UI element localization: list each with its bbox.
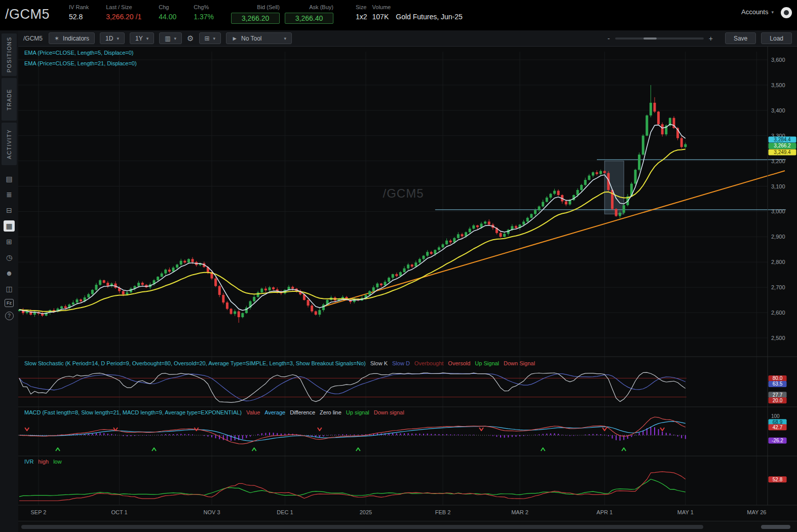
svg-text:42.7: 42.7 [773,425,783,430]
legend-item: Down Signal [504,360,535,366]
svg-text:2,700: 2,700 [771,284,785,290]
zoom-out-button[interactable]: - [608,34,610,43]
legend-item: low [53,459,62,465]
svg-text:3,500: 3,500 [771,82,785,88]
legend-item: Difference [290,409,315,415]
ask-button[interactable]: 3,266.40 [285,13,333,24]
chevron-down-icon: ▾ [117,36,119,41]
last-size-value: 3,266.20 /1 [106,13,141,21]
sidebar-tab-activity[interactable]: ACTIVITY [2,123,17,165]
size-value: 1x2 [356,13,367,21]
chart-scrollbar-handle[interactable] [21,525,703,529]
range-value: 1Y [135,35,143,42]
indicators-button[interactable]: ✶ Indicators [49,32,95,44]
svg-text:OCT 1: OCT 1 [111,509,127,515]
chart-type-dropdown[interactable]: ▥ ▾ [159,32,182,44]
chevron-down-icon: ▾ [213,36,216,41]
legend-item: high [38,459,49,465]
bid-stat: Bid (Sell) 3,266.20 [231,4,280,24]
compare-dropdown[interactable]: ⊞ ▾ [199,32,221,44]
indicators-icon: ✶ [54,35,59,42]
study-label-ema21[interactable]: EMA (Price=CLOSE, Length=21, Displace=0) [24,60,137,66]
chg-label: Chg [159,4,176,10]
price-chart-canvas[interactable]: /GCM53,6003,5003,4003,3003,2003,1003,000… [18,47,797,521]
sidebar-tab-positions[interactable]: POSITIONS [2,33,17,76]
save-button[interactable]: Save [725,32,756,44]
chart-area: /GCM53,6003,5003,4003,3003,2003,1003,000… [18,47,797,521]
toolbar-symbol: /GCM5 [23,35,43,42]
chevron-down-icon: ▾ [146,36,149,41]
chevron-down-icon: ▾ [771,10,774,15]
svg-text:2,900: 2,900 [771,234,785,240]
svg-text:MAY 26: MAY 26 [747,509,766,515]
timeframe-value: 1D [105,35,113,42]
load-button[interactable]: Load [761,32,792,44]
range-dropdown[interactable]: 1Y ▾ [130,32,154,44]
bid-label: Bid (Sell) [231,4,280,10]
futures-icon[interactable]: Fz [5,299,14,307]
svg-text:2,600: 2,600 [771,310,785,316]
zoom-in-button[interactable]: + [709,34,713,43]
symbol-title: /GCM5 [5,4,50,24]
sidebar-tab-trade[interactable]: TRADE [2,78,17,121]
calendar-icon[interactable]: ⊟ [4,205,15,216]
people-icon[interactable]: ☻ [4,268,15,279]
quote-header: /GCM5 IV Rank 52.8 Last / Size 3,266.20 … [0,0,797,30]
study-label-ivr[interactable]: IVRhighlow [24,459,62,465]
legend-item: Slow K [370,360,388,366]
tab-positions-label: POSITIONS [6,37,12,73]
tab-activity-label: ACTIVITY [6,129,12,159]
archive-icon[interactable]: ◫ [4,283,15,294]
iv-rank-stat: IV Rank 52.8 [69,4,89,21]
timeframe-dropdown[interactable]: 1D ▾ [100,32,125,44]
svg-text:/GCM5: /GCM5 [383,186,424,200]
svg-text:100: 100 [771,413,780,419]
instrument-description-col: Gold Futures, Jun-25 [396,4,463,21]
help-icon[interactable]: ? [5,312,14,320]
volume-stat: Volume 107K [372,4,391,21]
study-label-ema5[interactable]: EMA (Price=CLOSE, Length=5, Displace=0) [24,50,134,56]
legend-item: Up signal [346,409,369,415]
chart-type-icon: ▥ [165,35,170,42]
drawing-tool-dropdown[interactable]: ► No Tool ▾ [226,32,292,44]
svg-text:DEC 1: DEC 1 [277,509,293,515]
size-stat: Size 1x2 [356,4,367,21]
svg-text:27.7: 27.7 [773,392,783,398]
compare-icon: ⊞ [205,35,210,42]
news-icon[interactable]: ▤ [4,173,15,184]
chart-scrollbar-stub[interactable] [761,525,790,529]
last-size-stat: Last / Size 3,266.20 /1 [106,4,141,21]
chart-toolbar: /GCM5 ✶ Indicators 1D ▾ 1Y ▾ ▥ ▾ ⚙ [18,30,797,47]
legend-item: Slow D [392,360,410,366]
study-label-stochastic[interactable]: Slow Stochastic (K Period=14, D Period=9… [24,360,535,366]
accounts-menu[interactable]: Accounts ▾ [741,8,774,16]
svg-text:63.5: 63.5 [773,381,783,387]
profile-icon[interactable] [781,7,792,18]
indicators-label: Indicators [63,35,89,42]
legend-item: Up Signal [475,360,499,366]
bid-button[interactable]: 3,266.20 [231,13,280,24]
svg-text:2,800: 2,800 [771,259,785,265]
svg-text:NOV 3: NOV 3 [203,509,220,515]
svg-text:3,266.2: 3,266.2 [774,143,791,148]
chart-scrollbar[interactable] [18,521,797,532]
history-icon[interactable]: ◷ [4,252,15,263]
iv-rank-value: 52.8 [69,13,89,21]
legend-item: Oversold [448,360,470,366]
list-icon[interactable]: ≣ [4,189,15,200]
cursor-icon: ► [232,35,238,42]
study-label-macd[interactable]: MACD (Fast length=8, Slow length=21, MAC… [24,409,404,415]
stochastic-title: Slow Stochastic (K Period=14, D Period=9… [24,360,366,366]
gear-icon[interactable]: ⚙ [187,34,194,43]
svg-text:52.8: 52.8 [773,477,783,482]
chart-icon[interactable]: ▦ [4,220,15,232]
chg-pct-value: 1.37% [194,13,214,21]
left-sidebar: POSITIONS TRADE ACTIVITY ▤≣⊟▦⊞◷☻◫Fz? [0,30,18,532]
zoom-slider[interactable] [615,37,704,40]
zoom-slider-handle[interactable] [643,37,657,40]
volume-label: Volume [372,4,391,10]
svg-text:MAR 2: MAR 2 [511,509,528,515]
tab-trade-label: TRADE [6,88,12,110]
grid-icon[interactable]: ⊞ [4,236,15,247]
svg-text:3,249.4: 3,249.4 [774,149,791,155]
